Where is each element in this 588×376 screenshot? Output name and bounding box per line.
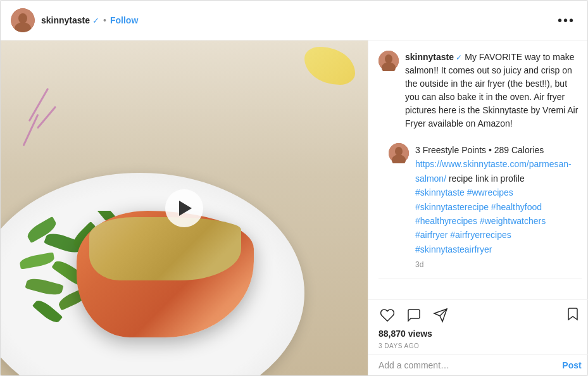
- instagram-post: skinnytaste ✓ • Follow •••: [0, 0, 588, 376]
- heart-icon: [380, 308, 395, 323]
- full-timestamp: 3 DAYS AGO: [368, 341, 588, 354]
- comment-button[interactable]: [405, 306, 423, 324]
- follow-button[interactable]: Follow: [110, 15, 138, 25]
- share-icon: [433, 308, 448, 323]
- play-triangle-icon: [179, 201, 192, 216]
- hashtags: #skinnytaste #wwrecipes #skinnytastereci…: [415, 185, 572, 256]
- views-count: 88,870 views: [368, 327, 588, 341]
- freestyle-info: 3 Freestyle Points • 289 Calories https:…: [378, 135, 582, 279]
- bookmark-icon: [565, 306, 580, 322]
- freestyle-text-block: 3 Freestyle Points • 289 Calories https:…: [415, 143, 572, 271]
- verified-icon: ✓: [92, 16, 99, 25]
- like-button[interactable]: [378, 306, 396, 324]
- post-media[interactable]: [1, 41, 368, 375]
- post-actions: [368, 300, 588, 327]
- leaf: [19, 252, 55, 269]
- header-info: skinnytaste ✓ • Follow: [41, 15, 555, 25]
- svg-point-7: [395, 147, 403, 156]
- caption-verified: ✓: [454, 53, 462, 62]
- dot-separator: •: [103, 15, 106, 25]
- bookmark-button[interactable]: [564, 305, 582, 325]
- caption-username: skinnytaste: [405, 52, 454, 62]
- caption-body: My FAVORITE way to make salmon!! It come…: [405, 52, 578, 128]
- play-button[interactable]: [165, 189, 203, 227]
- avatar-image: [11, 8, 35, 32]
- post-right-panel: skinnytaste ✓ My FAVORITE way to make sa…: [368, 41, 588, 375]
- caption-text: skinnytaste ✓ My FAVORITE way to make sa…: [405, 51, 582, 130]
- share-button[interactable]: [432, 306, 449, 324]
- comment-icon: [406, 308, 422, 323]
- avatar: [11, 8, 35, 32]
- freestyle-avatar: [389, 143, 409, 163]
- svg-point-4: [385, 54, 392, 63]
- post-comment-button[interactable]: Post: [562, 360, 581, 370]
- post-body: skinnytaste ✓ My FAVORITE way to make sa…: [1, 41, 587, 375]
- caption-avatar: [378, 51, 399, 71]
- freestyle-url: https://www.skinnytaste.com/parmesan-sal…: [415, 157, 572, 185]
- leaf: [25, 276, 63, 298]
- more-options-icon: •••: [558, 13, 575, 27]
- comment-input-area: Post: [368, 354, 588, 375]
- action-icons-left: [378, 306, 449, 324]
- svg-point-1: [18, 13, 27, 23]
- salmon-crust: [89, 217, 241, 280]
- username-label: skinnytaste: [41, 15, 90, 25]
- post-header: skinnytaste ✓ • Follow •••: [1, 1, 587, 41]
- more-options-button[interactable]: •••: [555, 13, 577, 28]
- caption-area: skinnytaste ✓ My FAVORITE way to make sa…: [368, 41, 588, 300]
- comment-input[interactable]: [378, 360, 562, 370]
- leaf: [32, 298, 63, 325]
- freestyle-points: 3 Freestyle Points • 289 Calories: [415, 143, 572, 157]
- caption-block: skinnytaste ✓ My FAVORITE way to make sa…: [378, 51, 582, 130]
- relative-timestamp: 3d: [415, 259, 572, 271]
- freestyle-url-suffix: recipe link in profile: [446, 173, 525, 184]
